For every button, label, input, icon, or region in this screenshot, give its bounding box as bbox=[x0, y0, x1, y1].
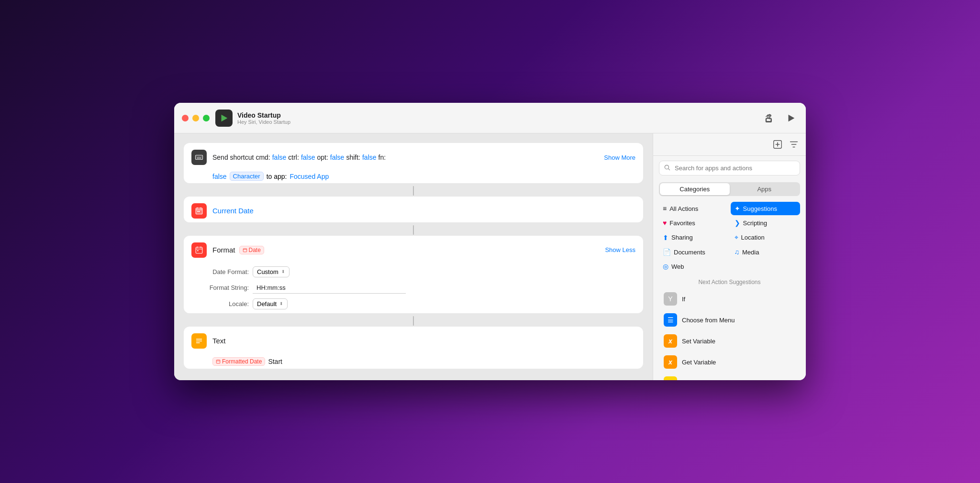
shift-value[interactable]: false bbox=[362, 154, 377, 161]
sidebar-item-all-actions[interactable]: ≡ All Actions bbox=[659, 202, 729, 215]
documents-label: Documents bbox=[674, 249, 705, 256]
character-token[interactable]: Character bbox=[230, 172, 264, 181]
add-action-button[interactable] bbox=[772, 139, 783, 150]
filter-button[interactable] bbox=[789, 139, 799, 150]
format-string-input[interactable] bbox=[253, 282, 406, 294]
set-variable-icon: x bbox=[664, 334, 677, 348]
search-box bbox=[659, 161, 800, 176]
sidebar: Categories Apps ≡ All Actions ✦ Suggesti… bbox=[653, 133, 806, 380]
text-icon bbox=[191, 333, 207, 349]
svg-marker-0 bbox=[222, 114, 228, 121]
svg-marker-4 bbox=[789, 114, 795, 121]
locale-label: Locale: bbox=[191, 300, 249, 307]
opt-value[interactable]: false bbox=[330, 154, 345, 161]
app-icon bbox=[215, 110, 233, 127]
title-info: Video Startup Hey Siri, Video Startup bbox=[237, 111, 290, 125]
sidebar-item-suggestions[interactable]: ✦ Suggestions bbox=[731, 202, 801, 215]
connector-dot-1 bbox=[413, 186, 414, 196]
fn-value[interactable]: false bbox=[212, 173, 227, 180]
send-shortcut-label: Send shortcut bbox=[212, 154, 254, 161]
media-label: Media bbox=[742, 249, 759, 256]
text-content: Formatted Date Start bbox=[212, 357, 635, 366]
categories-row-4: 📄 Documents ♫ Media bbox=[659, 245, 800, 259]
maximize-button[interactable] bbox=[203, 115, 210, 121]
suggestion-set-variable[interactable]: x Set Variable bbox=[659, 330, 800, 351]
sidebar-item-favorites[interactable]: ♥ Favorites bbox=[659, 216, 729, 230]
date-format-select[interactable]: Custom bbox=[253, 266, 290, 277]
ctrl-value[interactable]: false bbox=[301, 154, 315, 161]
cmd-value[interactable]: false bbox=[272, 154, 287, 161]
suggestion-set-variable-label: Set Variable bbox=[682, 338, 715, 345]
get-variable-icon: x bbox=[664, 355, 677, 369]
categories-grid: ≡ All Actions ✦ Suggestions ♥ Favorites … bbox=[653, 200, 806, 275]
date-format-label: Date Format: bbox=[191, 268, 249, 275]
suggestions-section: Next Action Suggestions Y If ☰ Choose fr… bbox=[653, 279, 806, 380]
show-less-button[interactable]: Show Less bbox=[605, 246, 635, 253]
send-shortcut-content: Send shortcut cmd: false ctrl: false opt… bbox=[212, 154, 598, 161]
cmd-label: cmd: bbox=[256, 154, 270, 161]
sidebar-item-web[interactable]: ◎ Web bbox=[659, 260, 800, 273]
search-input[interactable] bbox=[659, 161, 800, 176]
show-more-button[interactable]: Show More bbox=[604, 154, 635, 161]
send-shortcut-header: Send shortcut cmd: false ctrl: false opt… bbox=[184, 143, 643, 172]
scripting-icon: ❯ bbox=[735, 219, 740, 227]
text-suggestion-icon: ≡ bbox=[664, 376, 677, 380]
connector-2 bbox=[184, 224, 643, 236]
suggestion-get-variable[interactable]: x Get Variable bbox=[659, 351, 800, 373]
text-label: Text bbox=[212, 337, 226, 345]
titlebar: Video Startup Hey Siri, Video Startup bbox=[174, 103, 806, 133]
current-date-header: Current Date bbox=[184, 197, 643, 222]
send-shortcut-second-row: false Character to app: Focused App bbox=[184, 172, 643, 183]
text-card: Text Formatted Date Start bbox=[184, 327, 643, 369]
sharing-icon: ⬆ bbox=[663, 234, 668, 242]
suggestion-if[interactable]: Y If bbox=[659, 288, 800, 309]
traffic-lights bbox=[182, 115, 210, 121]
categories-row-3: ⬆ Sharing ⌖ Location bbox=[659, 231, 800, 244]
current-date-label[interactable]: Current Date bbox=[212, 207, 254, 215]
tab-apps[interactable]: Apps bbox=[730, 183, 800, 195]
connector-3 bbox=[184, 315, 643, 327]
format-string-row: Format String: bbox=[191, 282, 635, 294]
svg-line-37 bbox=[668, 168, 670, 170]
share-button[interactable] bbox=[763, 111, 776, 125]
format-string-label: Format String: bbox=[191, 284, 249, 291]
suggestion-if-label: If bbox=[682, 296, 685, 303]
sidebar-item-media[interactable]: ♫ Media bbox=[731, 245, 801, 259]
all-actions-label: All Actions bbox=[669, 205, 698, 212]
suggestion-text[interactable]: ≡ Text bbox=[659, 373, 800, 380]
sidebar-item-documents[interactable]: 📄 Documents bbox=[659, 245, 729, 259]
suggestion-text-label: Text bbox=[682, 380, 693, 381]
sidebar-item-scripting[interactable]: ❯ Scripting bbox=[731, 216, 801, 230]
date-format-row: Date Format: Custom bbox=[191, 266, 635, 277]
web-icon: ◎ bbox=[663, 263, 668, 270]
favorites-icon: ♥ bbox=[663, 219, 667, 227]
text-content-text: Start bbox=[268, 358, 282, 365]
suggestions-label: Suggestions bbox=[743, 205, 778, 212]
format-date-body: Date Format: Custom Format String: Local… bbox=[184, 264, 643, 313]
sidebar-item-location[interactable]: ⌖ Location bbox=[731, 231, 801, 244]
svg-rect-18 bbox=[196, 247, 202, 253]
app-value[interactable]: Focused App bbox=[290, 173, 329, 180]
suggestion-choose-label: Choose from Menu bbox=[682, 317, 735, 324]
run-button[interactable] bbox=[784, 111, 798, 125]
svg-point-36 bbox=[665, 165, 668, 169]
suggestion-choose-from-menu[interactable]: ☰ Choose from Menu bbox=[659, 309, 800, 330]
main-panel: Send shortcut cmd: false ctrl: false opt… bbox=[174, 133, 653, 380]
location-icon: ⌖ bbox=[735, 233, 738, 242]
opt-label: opt: bbox=[317, 154, 328, 161]
categories-row-1: ≡ All Actions ✦ Suggestions bbox=[659, 202, 800, 215]
minimize-button[interactable] bbox=[192, 115, 199, 121]
connector-1 bbox=[184, 185, 643, 197]
suggestions-section-title: Next Action Suggestions bbox=[659, 279, 800, 285]
locale-select[interactable]: Default bbox=[253, 298, 288, 309]
current-date-card: Current Date bbox=[184, 197, 643, 222]
main-window: Video Startup Hey Siri, Video Startup bbox=[174, 103, 806, 380]
sharing-label: Sharing bbox=[671, 234, 693, 241]
sidebar-item-sharing[interactable]: ⬆ Sharing bbox=[659, 231, 729, 244]
text-body: Formatted Date Start bbox=[184, 355, 643, 369]
date-variable-token[interactable]: Date bbox=[239, 246, 264, 254]
formatted-date-token[interactable]: Formatted Date bbox=[212, 357, 265, 366]
date-icon-2 bbox=[191, 242, 207, 258]
tab-categories[interactable]: Categories bbox=[660, 183, 730, 195]
close-button[interactable] bbox=[182, 115, 189, 121]
